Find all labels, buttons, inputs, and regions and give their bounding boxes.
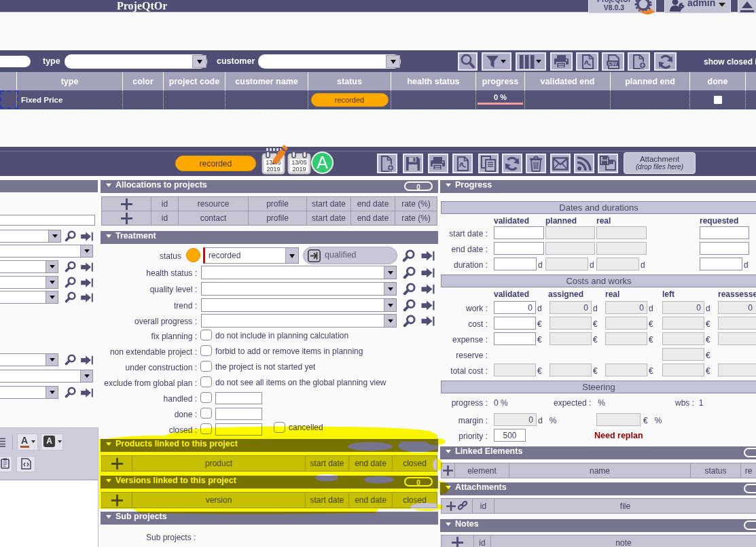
svg-text:CSV: CSV [608, 60, 617, 65]
svg-text:2019: 2019 [292, 166, 306, 173]
svg-text:13/05: 13/05 [291, 159, 307, 166]
svg-text:2019: 2019 [266, 166, 280, 173]
